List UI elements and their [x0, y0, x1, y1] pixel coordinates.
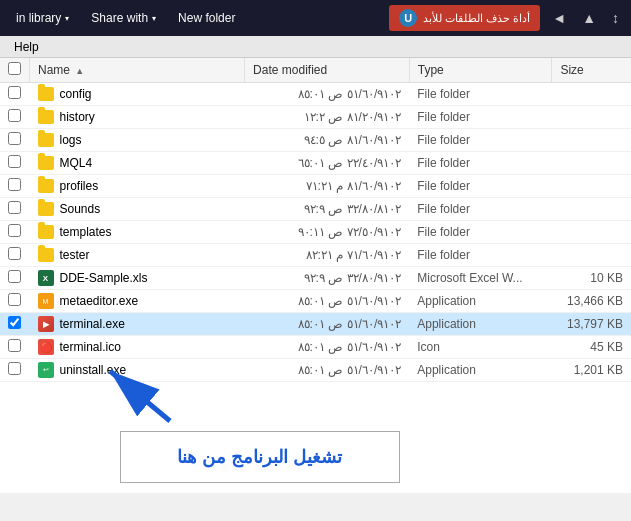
file-size-cell [552, 106, 631, 129]
file-name-text: DDE-Sample.xls [60, 271, 148, 285]
terminal-icon: ▶ [38, 316, 54, 332]
file-name-cell[interactable]: MQL4 [30, 152, 245, 175]
file-name-text: terminal.ico [60, 340, 121, 354]
file-name-cell[interactable]: logs [30, 129, 245, 152]
file-name-cell[interactable]: config [30, 83, 245, 106]
library-label: in library [16, 11, 61, 25]
file-name-text: MQL4 [60, 156, 93, 170]
table-row[interactable]: tester٢٠١٩/٠٦/١٧ م ١٢:٢٨File folder [0, 244, 631, 267]
file-type-cell: File folder [409, 198, 552, 221]
table-row[interactable]: profiles٢٠١٩/٠٦/١٨ م ١٢:١٧File folder [0, 175, 631, 198]
folder-icon [38, 202, 54, 216]
check-all-checkbox[interactable] [8, 62, 21, 75]
table-row[interactable]: MQL4٢٠١٩/٠٤/٢٢ ص ١٠:٥٦File folder [0, 152, 631, 175]
row-checkbox[interactable] [8, 339, 21, 352]
file-name-cell[interactable]: tester [30, 244, 245, 267]
table-row[interactable]: ▶terminal.exe٢٠١٩/٠٦/١٥ ص ١٠:٥٨Applicati… [0, 313, 631, 336]
file-name-cell[interactable]: templates [30, 221, 245, 244]
folder-icon [38, 87, 54, 101]
file-date-cell: ٢٠١٩/٠٤/٢٢ ص ١٠:٥٦ [245, 152, 410, 175]
file-type-cell: File folder [409, 83, 552, 106]
file-name-cell[interactable]: XDDE-Sample.xls [30, 267, 245, 290]
file-type-cell: File folder [409, 106, 552, 129]
row-checkbox[interactable] [8, 201, 21, 214]
row-checkbox[interactable] [8, 178, 21, 191]
new-folder-button[interactable]: New folder [170, 7, 243, 29]
row-checkbox[interactable] [8, 132, 21, 145]
file-name-text: uninstall.exe [60, 363, 127, 377]
file-size-cell: 13,797 KB [552, 313, 631, 336]
main-content: Name ▲ Date modified Type Size config٢٠١… [0, 58, 631, 493]
folder-icon [38, 156, 54, 170]
row-checkbox[interactable] [8, 316, 21, 329]
file-name-text: config [60, 87, 92, 101]
file-type-cell: Microsoft Excel W... [409, 267, 552, 290]
file-name-cell[interactable]: ▶terminal.exe [30, 313, 245, 336]
col-header-type[interactable]: Type [409, 58, 552, 83]
file-table: Name ▲ Date modified Type Size config٢٠١… [0, 58, 631, 382]
table-row[interactable]: ↩uninstall.exe٢٠١٩/٠٦/١٥ ص ١٠:٥٨Applicat… [0, 359, 631, 382]
nav-icon-1[interactable]: ▲ [578, 8, 600, 28]
file-size-cell: 13,466 KB [552, 290, 631, 313]
file-date-cell: ٢٠١٩/٠٦/١٨ ص ٥:٤٩ [245, 129, 410, 152]
file-size-cell: 1,201 KB [552, 359, 631, 382]
row-checkbox[interactable] [8, 270, 21, 283]
table-row[interactable]: XDDE-Sample.xls٢٠١٩/٠٨/٢٣ ص ٩:٢٩Microsof… [0, 267, 631, 290]
file-name-text: logs [60, 133, 82, 147]
file-name-cell[interactable]: Sounds [30, 198, 245, 221]
table-row[interactable]: 🔴terminal.ico٢٠١٩/٠٦/١٥ ص ١٠:٥٨Icon45 KB [0, 336, 631, 359]
table-row[interactable]: config٢٠١٩/٠٦/١٥ ص ١٠:٥٨File folder [0, 83, 631, 106]
file-date-cell: ٢٠١٩/٠٦/١٨ م ١٢:١٧ [245, 175, 410, 198]
file-name-cell[interactable]: profiles [30, 175, 245, 198]
table-row[interactable]: logs٢٠١٩/٠٦/١٨ ص ٥:٤٩File folder [0, 129, 631, 152]
file-name-cell[interactable]: ↩uninstall.exe [30, 359, 245, 382]
row-checkbox[interactable] [8, 155, 21, 168]
row-checkbox[interactable] [8, 247, 21, 260]
row-checkbox[interactable] [8, 86, 21, 99]
back-button[interactable]: ◄ [548, 8, 570, 28]
file-name-text: metaeditor.exe [60, 294, 139, 308]
library-button[interactable]: in library ▾ [8, 7, 77, 29]
menu-help[interactable]: Help [6, 38, 47, 56]
file-name-cell[interactable]: 🔴terminal.ico [30, 336, 245, 359]
check-all-header[interactable] [0, 58, 30, 83]
meta-icon: M [38, 293, 54, 309]
file-name-cell[interactable]: Mmetaeditor.exe [30, 290, 245, 313]
folder-icon [38, 225, 54, 239]
folder-icon [38, 248, 54, 262]
share-arrow-icon: ▾ [152, 14, 156, 23]
file-size-cell [552, 175, 631, 198]
file-size-cell [552, 152, 631, 175]
file-name-cell[interactable]: history [30, 106, 245, 129]
share-label: Share with [91, 11, 148, 25]
table-row[interactable]: Mmetaeditor.exe٢٠١٩/٠٦/١٥ ص ١٠:٥٨Applica… [0, 290, 631, 313]
file-size-cell [552, 83, 631, 106]
table-row[interactable]: Sounds٢٠١٨/٠٨/٢٣ ص ٩:٢٩File folder [0, 198, 631, 221]
row-checkbox[interactable] [8, 362, 21, 375]
arabic-tool-button[interactable]: أداة حذف الطلقات للأبد U [389, 5, 540, 31]
share-button[interactable]: Share with ▾ [83, 7, 164, 29]
file-size-cell: 10 KB [552, 267, 631, 290]
file-date-cell: ٢٠١٩/٠٦/١٥ ص ١٠:٥٨ [245, 313, 410, 336]
file-type-cell: File folder [409, 129, 552, 152]
row-checkbox[interactable] [8, 109, 21, 122]
u-icon: U [399, 9, 417, 27]
table-row[interactable]: templates٢٠١٩/٠٥/٢٧ ص ١١:٠٩File folder [0, 221, 631, 244]
file-name-text: Sounds [60, 202, 101, 216]
file-size-cell [552, 221, 631, 244]
file-type-cell: Application [409, 313, 552, 336]
file-type-cell: Application [409, 290, 552, 313]
menubar: Help [0, 36, 631, 58]
row-checkbox[interactable] [8, 224, 21, 237]
file-date-cell: ٢٠١٩/٠٦/١٥ ص ١٠:٥٨ [245, 359, 410, 382]
col-header-date[interactable]: Date modified [245, 58, 410, 83]
col-header-size[interactable]: Size [552, 58, 631, 83]
nav-icon-2[interactable]: ↕ [608, 8, 623, 28]
folder-icon [38, 110, 54, 124]
file-name-text: tester [60, 248, 90, 262]
file-type-cell: Application [409, 359, 552, 382]
row-checkbox[interactable] [8, 293, 21, 306]
table-row[interactable]: history٢٠١٩/٠٢/١٨ ص ٢:٢١File folder [0, 106, 631, 129]
file-type-cell: File folder [409, 221, 552, 244]
col-header-name[interactable]: Name ▲ [30, 58, 245, 83]
